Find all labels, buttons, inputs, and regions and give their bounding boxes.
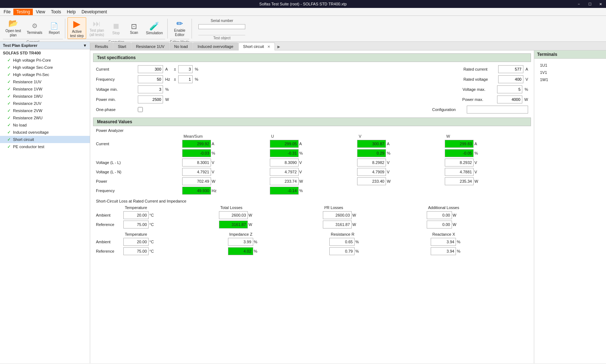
minimize-button[interactable]: − <box>574 0 584 8</box>
stop-label: Stop <box>112 31 120 35</box>
tab-induced-overvoltage[interactable]: Induced overvoltage <box>193 43 238 50</box>
current-mean-pct-cell: -0.03 % <box>182 149 267 157</box>
configuration-input[interactable] <box>467 106 528 114</box>
ambient-additional-value: 0.00 <box>427 211 452 219</box>
tab-resistance-1uv[interactable]: Resistance 1UV <box>131 43 169 50</box>
ambient-temp-cell: 20.00 °C <box>123 211 216 219</box>
power-w-cell: 235.34 W <box>445 177 530 185</box>
current-input[interactable] <box>138 65 163 73</box>
rated-voltage-input[interactable] <box>498 75 523 83</box>
menu-view[interactable]: View <box>33 9 48 15</box>
frequency-input[interactable] <box>138 75 163 83</box>
reference-additional-unit: W <box>453 222 456 227</box>
open-test-plan-button[interactable]: 📂 Open testplan <box>3 17 23 39</box>
imp-ambient-z-value: 3.99 <box>228 238 253 246</box>
sidebar-item-res-1uv[interactable]: ✓Resistance 1UV <box>0 78 90 85</box>
active-test-step-button[interactable]: ▶ Activetest step <box>67 17 86 39</box>
current-mean-pct-unit: % <box>212 151 215 155</box>
close-button[interactable]: ✕ <box>595 0 606 8</box>
sidebar-item-res-1vw[interactable]: ✓Resistance 1VW <box>0 85 90 93</box>
tab-no-load[interactable]: No load <box>170 43 193 50</box>
toolbar: 📂 Open testplan ⚙ Terminals 📄 Report Gen… <box>0 16 606 42</box>
sidebar-item-no-load[interactable]: ✓No load <box>0 121 90 129</box>
sidebar-item-hv-pri-core[interactable]: ✓High voltage Pri-Core <box>0 57 90 64</box>
table-row-voltage-ll: Voltage (L - L) 8.3001 V 8.3090 <box>93 158 531 167</box>
sidebar-item-hv-sec-core[interactable]: ✓High voltage Sec-Core <box>0 64 90 71</box>
check-icon-short-circuit: ✓ <box>7 137 11 142</box>
voltage-max-unit: % <box>524 87 528 92</box>
sidebar-item-res-2wu[interactable]: ✓Resistance 2WU <box>0 114 90 121</box>
imp-ambient-temp-cell: 20.00 °C <box>123 238 225 246</box>
menu-help[interactable]: Help <box>64 9 79 15</box>
losses-section: Short-Circuit Loss at Rated Current and … <box>93 197 531 256</box>
reference-i2r-cell: 3161.87 W <box>323 221 424 228</box>
serial-number-label: Serial number <box>211 19 233 23</box>
scan-button[interactable]: ⊡ Scan <box>126 17 143 39</box>
sidebar-item-res-2uv[interactable]: ✓Resistance 2UV <box>0 100 90 107</box>
losses-row-ambient: Ambient 20.00 °C 2600.03 <box>93 210 531 220</box>
imp-ambient-temp-value: 20.00 <box>123 238 149 246</box>
reference-total-value: 3161.87 <box>219 221 248 228</box>
sidebar-item-short-circuit[interactable]: ✓Short circuit <box>0 136 90 143</box>
voltage-max-input[interactable] <box>497 85 522 93</box>
power-w-unit: W <box>474 179 478 183</box>
simulation-button[interactable]: 🧪 Simulation <box>144 17 166 39</box>
simulation-label: Simulation <box>146 31 163 35</box>
rated-current-input[interactable] <box>498 65 523 73</box>
tab-scroll-right[interactable]: ▶ <box>275 43 282 50</box>
current-mean-cell: 299.92 A <box>182 140 267 148</box>
terminals-button[interactable]: ⚙ Terminals <box>24 17 45 39</box>
reference-additional-cell: 0.00 W <box>427 221 530 228</box>
current-tolerance-input[interactable] <box>178 65 193 73</box>
imp-th-temperature: Temperature <box>122 231 227 237</box>
check-icon-res-1uv: ✓ <box>7 79 11 84</box>
enable-editor-button[interactable]: ✏ EnableEditor <box>171 17 188 39</box>
sidebar-item-res-2vw[interactable]: ✓Resistance 2VW <box>0 107 90 114</box>
current-plus-minus: ± <box>174 67 176 71</box>
sidebar-item-hv-pri-sec[interactable]: ✓High voltage Pri-Sec <box>0 71 90 78</box>
stop-button[interactable]: ⏹ Stop <box>107 17 125 39</box>
frequency-tolerance-unit: % <box>195 77 201 81</box>
menu-development[interactable]: Development <box>79 9 110 15</box>
imp-reference-x-unit: % <box>457 249 460 253</box>
maximize-button[interactable]: ☐ <box>584 0 595 8</box>
menu-file[interactable]: File <box>1 9 13 15</box>
menu-testing[interactable]: Testing <box>13 9 33 15</box>
terminal-1u1: 1U1 <box>537 62 603 69</box>
imp-reference-x-cell: 3.94 % <box>431 247 530 255</box>
sidebar-dropdown-icon[interactable]: ▼ <box>83 43 87 48</box>
sidebar-item-res-1wu[interactable]: ✓Resistance 1WU <box>0 93 90 100</box>
col-header-v: V <box>356 133 443 139</box>
vll-mean-value: 8.3001 <box>182 159 211 167</box>
menu-tools[interactable]: Tools <box>48 9 64 15</box>
serial-number-input[interactable] <box>198 24 245 29</box>
check-icon-pe-conductor: ✓ <box>7 144 11 149</box>
sidebar-item-induced[interactable]: ✓Induced overvoltage <box>0 129 90 136</box>
tab-results[interactable]: Results <box>90 43 113 50</box>
freq-u-unit: % <box>299 188 303 193</box>
imp-reference-r-unit: % <box>355 249 359 253</box>
current-w-cell: 299.83 A <box>445 140 530 148</box>
voltage-min-input[interactable] <box>138 85 163 93</box>
power-mean-cell: 702.49 W <box>182 177 267 185</box>
power-min-input[interactable] <box>138 96 163 103</box>
frequency-tolerance-input[interactable] <box>178 75 193 83</box>
sidebar-item-pe-conductor[interactable]: ✓PE conductor test <box>0 143 90 150</box>
rated-voltage-unit: V <box>526 77 528 81</box>
report-button[interactable]: 📄 Report <box>45 17 63 39</box>
ambient-temp-unit: °C <box>149 213 154 217</box>
power-max-label: Power max. <box>452 97 495 102</box>
vln-w-unit: V <box>474 170 477 174</box>
freq-u-value: -0.14 <box>270 187 299 195</box>
tab-short-circuit[interactable]: Short circuit ✕ <box>238 43 275 50</box>
sidebar-root-item[interactable]: SOLFAS STD TR400 <box>0 49 90 57</box>
stop-icon: ⏹ <box>112 22 120 31</box>
report-icon: 📄 <box>50 22 58 30</box>
test-plan-all-button[interactable]: ⏭ Test plan(all tests) <box>87 17 107 39</box>
losses-reference-label: Reference <box>93 220 122 229</box>
tab-start[interactable]: Start <box>113 43 131 50</box>
power-max-input[interactable] <box>497 96 522 103</box>
tab-close-short-circuit[interactable]: ✕ <box>267 45 270 49</box>
imp-reference-temp-value: 75.00 <box>123 247 149 255</box>
one-phase-checkbox[interactable] <box>138 107 143 112</box>
